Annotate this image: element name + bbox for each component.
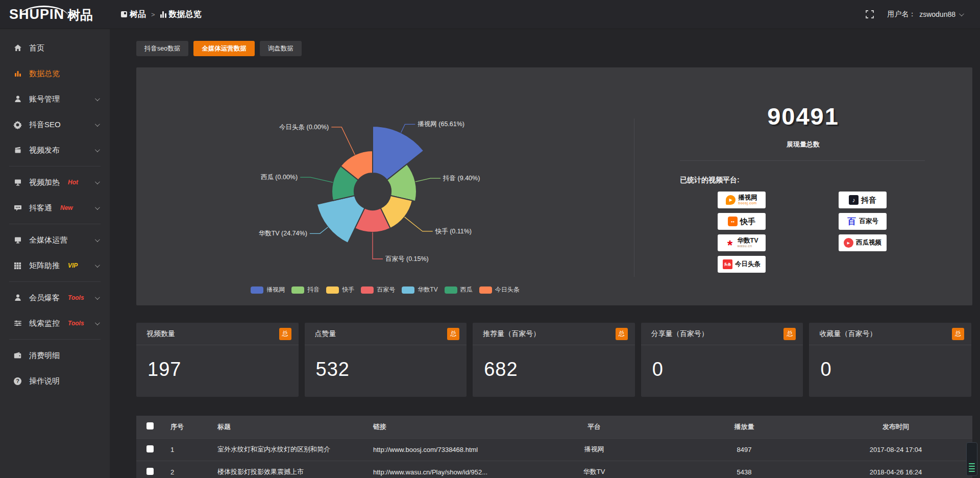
sidebar: 首页 数据总览 账号管理 抖音SEO 视频发布 视频加热 Hot 抖客通 New… bbox=[0, 29, 110, 478]
sidebar-divider bbox=[9, 339, 101, 340]
breadcrumb: 树品 > 数据总览 bbox=[121, 9, 202, 20]
video-title-link[interactable]: 室外水纹灯和室内水纹灯的区别和简介 bbox=[210, 438, 366, 461]
sidebar-item-instructions[interactable]: ? 操作说明 bbox=[0, 368, 110, 394]
tab-omnimedia[interactable]: 全媒体运营数据 bbox=[193, 41, 255, 56]
legend-item-百家号[interactable]: 百家号 bbox=[361, 285, 395, 294]
label-line bbox=[310, 227, 328, 233]
chevron-down-icon bbox=[95, 179, 100, 184]
legend-item-华数TV[interactable]: 华数TV bbox=[402, 285, 437, 294]
logo-text-cn: 树品 bbox=[67, 9, 93, 21]
legend-label: 华数TV bbox=[418, 285, 437, 294]
sidebar-item-home[interactable]: 首页 bbox=[0, 35, 110, 61]
label-line bbox=[405, 217, 433, 231]
total-badge: 总 bbox=[952, 328, 964, 340]
label-line bbox=[300, 177, 333, 182]
chevron-down-icon bbox=[95, 320, 100, 325]
legend-label: 百家号 bbox=[377, 285, 395, 294]
sidebar-item-video-heat[interactable]: 视频加热 Hot bbox=[0, 170, 110, 195]
tab-douyin-seo[interactable]: 抖音seo数据 bbox=[136, 41, 188, 56]
legend-swatch bbox=[326, 286, 339, 294]
sidebar-item-spend-details[interactable]: 消费明细 bbox=[0, 343, 110, 368]
plays-cell: 5438 bbox=[669, 461, 819, 478]
user-menu[interactable]: 用户名：zswodun88 bbox=[887, 10, 963, 19]
breadcrumb-current[interactable]: 数据总览 bbox=[160, 9, 202, 20]
legend-label: 抖音 bbox=[307, 285, 320, 294]
clapperboard-icon bbox=[13, 146, 22, 155]
stat-value: 682 bbox=[473, 345, 635, 380]
rose-chart[interactable]: 播视网 (65.61%)抖音 (9.40%)快手 (0.11%)百家号 (0.1… bbox=[136, 67, 634, 305]
sidebar-item-accounts[interactable]: 账号管理 bbox=[0, 86, 110, 112]
floating-widget[interactable] bbox=[966, 442, 977, 476]
breadcrumb-separator: > bbox=[151, 11, 155, 18]
legend-swatch bbox=[402, 286, 414, 294]
platform-badge-douyin: ♪ 抖音 bbox=[839, 192, 887, 208]
stat-value: 0 bbox=[809, 345, 971, 380]
label-line bbox=[415, 178, 440, 182]
table-row: 2 楼体投影灯投影效果震撼上市 http://www.wasu.cn/Play/… bbox=[136, 461, 972, 478]
chevron-down-icon bbox=[95, 96, 100, 101]
vip-badge: VIP bbox=[68, 262, 78, 269]
legend-label: 播视网 bbox=[266, 285, 285, 294]
sidebar-item-lead-monitor[interactable]: 线索监控 Tools bbox=[0, 310, 110, 336]
home-icon bbox=[13, 44, 22, 53]
label-line bbox=[373, 232, 383, 259]
select-all-checkbox[interactable] bbox=[146, 422, 154, 429]
platform-badges-left: ▶ 播视网boosj.com ●● 快手 * 华数TVwasu.cn 头条 今日… bbox=[718, 192, 766, 273]
gear-icon bbox=[13, 121, 22, 129]
sidebar-item-matrix-boost[interactable]: 矩阵助推 VIP bbox=[0, 253, 110, 278]
row-checkbox[interactable] bbox=[146, 468, 154, 475]
breadcrumb-home[interactable]: 树品 bbox=[121, 9, 146, 20]
fullscreen-icon[interactable] bbox=[866, 10, 874, 18]
video-title-link[interactable]: 楼体投影灯投影效果震撼上市 bbox=[210, 461, 366, 478]
summary-divider bbox=[680, 160, 925, 161]
impressions-total: 90491 bbox=[634, 102, 972, 130]
stat-cards: 视频数量总 197 点赞量总 532 推荐量（百家号）总 682 分享量（百家号… bbox=[136, 323, 972, 397]
chevron-down-icon bbox=[959, 11, 964, 16]
sidebar-item-data-overview[interactable]: 数据总览 bbox=[0, 61, 110, 86]
legend-item-西瓜[interactable]: 西瓜 bbox=[445, 285, 473, 294]
stat-card-recommends: 推荐量（百家号）总 682 bbox=[473, 323, 635, 397]
platform-cell: 播视网 bbox=[519, 438, 669, 461]
legend-item-播视网[interactable]: 播视网 bbox=[251, 285, 285, 294]
sidebar-item-doketong[interactable]: 抖客通 New bbox=[0, 195, 110, 221]
slice-label: 今日头条 (0.00%) bbox=[279, 124, 329, 131]
chevron-down-icon bbox=[95, 262, 100, 268]
sidebar-item-douyin-seo[interactable]: 抖音SEO bbox=[0, 112, 110, 137]
pie-slice-华数TV[interactable] bbox=[317, 196, 365, 243]
baijiahao-logo-icon: 百 bbox=[847, 217, 856, 226]
brand-logo: SHUPIN 树品 bbox=[0, 8, 110, 21]
chevron-down-icon bbox=[95, 205, 100, 210]
publish-time-cell: 2017-08-24 17:04 bbox=[819, 438, 972, 461]
hot-badge: Hot bbox=[68, 179, 78, 186]
videos-table: 序号 标题 链接 平台 播放量 发布时间 1 室外水纹灯和室内水纹灯的区别和简介… bbox=[136, 416, 972, 478]
sidebar-item-omnimedia[interactable]: 全媒体运营 bbox=[0, 227, 110, 253]
user-icon bbox=[13, 294, 22, 302]
legend-item-抖音[interactable]: 抖音 bbox=[291, 285, 320, 294]
chart-legend: 播视网抖音快手百家号华数TV西瓜今日头条 bbox=[136, 285, 634, 294]
monitor-icon bbox=[13, 178, 22, 187]
toutiao-logo-icon: 头条 bbox=[723, 259, 732, 269]
video-url-link[interactable]: http://www.boosj.com/7338468.html bbox=[366, 438, 519, 461]
new-badge: New bbox=[60, 204, 73, 211]
legend-item-快手[interactable]: 快手 bbox=[326, 285, 354, 294]
rose-chart-area: 播视网 (65.61%)抖音 (9.40%)快手 (0.11%)百家号 (0.1… bbox=[136, 67, 634, 305]
video-url-link[interactable]: http://www.wasu.cn/Play/show/id/952... bbox=[366, 461, 519, 478]
tab-inquiry[interactable]: 询盘数据 bbox=[260, 41, 302, 56]
stat-card-shares: 分享量（百家号）总 0 bbox=[641, 323, 803, 397]
overview-panel: 播视网 (65.61%)抖音 (9.40%)快手 (0.11%)百家号 (0.1… bbox=[136, 67, 972, 305]
sidebar-item-member-baoke[interactable]: 会员爆客 Tools bbox=[0, 285, 110, 310]
sidebar-divider bbox=[9, 166, 101, 166]
sidebar-item-video-publish[interactable]: 视频发布 bbox=[0, 137, 110, 163]
impressions-total-label: 展现量总数 bbox=[634, 140, 972, 149]
main-content: 抖音seo数据 全媒体运营数据 询盘数据 播视网 (65.61%)抖音 (9.4… bbox=[110, 29, 980, 478]
kuaishou-logo-icon: ●● bbox=[728, 217, 738, 226]
username: zswodun88 bbox=[919, 10, 955, 18]
total-badge: 总 bbox=[447, 328, 459, 340]
stat-card-videos: 视频数量总 197 bbox=[136, 323, 299, 397]
platform-badge-kuaishou: ●● 快手 bbox=[718, 213, 766, 230]
legend-label: 快手 bbox=[342, 285, 354, 294]
row-checkbox[interactable] bbox=[146, 445, 154, 452]
platform-badge-toutiao: 头条 今日头条 bbox=[718, 256, 766, 273]
stat-value: 0 bbox=[641, 345, 803, 380]
legend-item-今日头条[interactable]: 今日头条 bbox=[479, 285, 520, 294]
